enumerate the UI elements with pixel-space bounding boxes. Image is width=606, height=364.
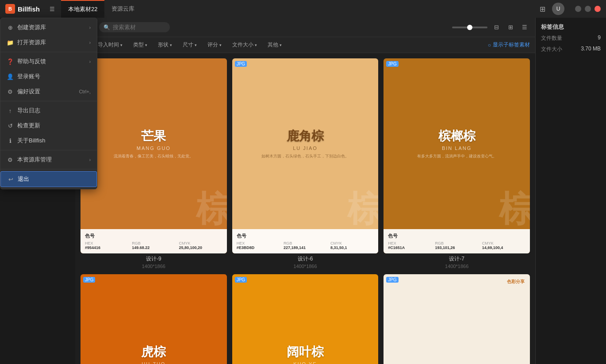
grid-label-6: JPG	[386, 277, 398, 283]
toolbar-right: ⊟ ⊞ ☰	[452, 22, 530, 33]
hex-group-1: HEX #954416	[85, 241, 128, 250]
menu-item-lib-manage[interactable]: ⚙ 本资源库管理 ›	[0, 152, 97, 167]
tab-local[interactable]: 本地素材22	[61, 0, 104, 18]
card-watermark-1: 棕	[196, 186, 227, 229]
grid-item-5[interactable]: JPG 棕 阔叶棕 KUO YE 如山下方圆，推进工程，无处觉察。 色号 HEX	[232, 274, 379, 364]
filter-import-time[interactable]: 导入时间 ▾	[93, 40, 127, 50]
menu-item-create-lib-label: 创建资源库	[17, 23, 46, 31]
menu-item-check-update[interactable]: ↺ 检查更新	[0, 118, 97, 133]
menu-divider-2	[0, 101, 97, 101]
menu-item-login[interactable]: 👤 登录账号	[0, 69, 97, 84]
filter-size[interactable]: 尺寸 ▾	[178, 40, 201, 50]
grid-item-4[interactable]: JPG 棕 虎棕 HU ZHO 大力推进基建，推进工程，无处觉察。 色号 HEX	[81, 274, 227, 364]
filter-other[interactable]: 其他 ▾	[263, 40, 286, 50]
card-top-2: 棕 鹿角棕 LU JIAO 如树木方圆，石头绿色，石头手工，下别边白色。	[232, 58, 379, 229]
minimize-button[interactable]: —	[575, 6, 581, 12]
tab-cloud-label: 资源云库	[111, 5, 134, 13]
tab-cloud[interactable]: 资源云库	[104, 0, 142, 18]
menu-item-help[interactable]: ❓ 帮助与反馈 ›	[0, 54, 97, 69]
menu-item-about-label: 关于Billfish	[17, 137, 46, 145]
card-color-values-3: HEX #C1651A RGB 193,101,26 CMYK 14,69,10…	[388, 241, 525, 250]
tab-bar: ☰ 本地素材22 资源云库	[45, 0, 536, 18]
menu-item-export-log-label: 导出日志	[17, 107, 40, 115]
menu-divider-1	[0, 52, 97, 52]
grid-info-2: 设计-6	[232, 253, 379, 264]
grid-thumb-1: 棕 芒果 MANG GUO 流淌着青春，像工艺美，石头蜡烛，无处觉。 色号 HE…	[81, 58, 227, 253]
card-watermark-3: 棕	[499, 186, 530, 229]
filter-filesize[interactable]: 文件大小 ▾	[228, 40, 261, 50]
show-tag-button[interactable]: ○ 显示子标签素材	[488, 41, 530, 49]
card-name-zh-4: 虎棕	[141, 344, 166, 360]
menu-divider-4	[0, 169, 97, 169]
titlebar: B Billfish ☰ 本地素材22 资源云库 ⊞ U — □ ✕	[0, 0, 606, 18]
panel-row-size: 文件大小 3.70 MB	[541, 46, 601, 53]
panel-title: 标签信息	[541, 23, 601, 31]
filter-type-label: 类型	[133, 41, 144, 49]
filter-other-label: 其他	[268, 41, 278, 49]
menu-item-create-lib[interactable]: ⊕ 创建资源库 ›	[0, 20, 97, 35]
card-top-1: 棕 芒果 MANG GUO 流淌着青春，像工艺美，石头蜡烛，无处觉。	[81, 58, 227, 229]
grid-thumb-2: JPG 棕 鹿角棕 LU JIAO 如树木方圆，石头绿色，石头手工，下别边白色。…	[232, 58, 379, 253]
list-view-button[interactable]: ☰	[519, 22, 530, 33]
size-slider[interactable]	[452, 27, 487, 28]
export-log-icon: ↑	[7, 107, 14, 114]
grid-info-sub-3: 1400*1866	[384, 264, 530, 269]
card-name-py-3: BIN LANG	[442, 146, 472, 151]
menu-item-about[interactable]: ℹ 关于Billfish	[0, 133, 97, 148]
grid-thumb-4: JPG 棕 虎棕 HU ZHO 大力推进基建，推进工程，无处觉察。 色号 HEX	[81, 274, 227, 364]
card-bottom-2: 色号 HEX #E3BD8D RGB 227,189,141	[232, 229, 379, 253]
sort-button[interactable]: ⊟	[491, 22, 502, 33]
grid-item-2[interactable]: JPG 棕 鹿角棕 LU JIAO 如树木方圆，石头绿色，石头手工，下别边白色。…	[232, 58, 379, 269]
prefs-shortcut: Ctrl+,	[79, 89, 91, 94]
right-panel: 标签信息 文件数量 9 文件大小 3.70 MB	[535, 18, 606, 364]
filter-bar: (9) 导入时间 ▾ 类型 ▾ 形状 ▾ 尺寸 ▾ 评分 ▾ 文件大小	[75, 37, 535, 53]
grid-item-1[interactable]: 棕 芒果 MANG GUO 流淌着青春，像工艺美，石头蜡烛，无处觉。 色号 HE…	[81, 58, 227, 269]
filter-import-time-arrow: ▾	[120, 43, 123, 47]
close-button[interactable]: ✕	[594, 6, 601, 12]
menu-button[interactable]: ☰	[45, 2, 59, 16]
card-top-3: 棕 槟榔棕 BIN LANG 有多大多方圆，流淌声手中，建设改变心气。	[384, 58, 530, 229]
app-name: Billfish	[18, 5, 40, 13]
help-arrow: ›	[89, 59, 91, 64]
menu-item-prefs[interactable]: ⚙ 偏好设置 Ctrl+,	[0, 84, 97, 99]
menu-item-export-log[interactable]: ↑ 导出日志	[0, 103, 97, 118]
menu-item-prefs-label: 偏好设置	[17, 88, 40, 96]
panel-count-value: 9	[598, 34, 601, 42]
card-desc-1: 流淌着青春，像工艺美，石头蜡烛，无处觉。	[109, 153, 198, 159]
dropdown-menu: ⊕ 创建资源库 › 📁 打开资源库 › ❓ 帮助与反馈 › 👤 登录账号 ⚙	[0, 18, 97, 189]
search-box[interactable]: 🔍	[99, 22, 170, 32]
layout-button[interactable]: ⊞	[536, 3, 548, 15]
card-bottom-title-1: 色号	[85, 233, 222, 239]
menu-item-open-lib-label: 打开资源库	[17, 38, 46, 46]
panel-size-label: 文件大小	[541, 46, 562, 53]
show-tag-label: 显示子标签素材	[493, 41, 530, 49]
create-lib-icon: ⊕	[7, 24, 14, 31]
grid-item-6[interactable]: JPG 色彩分享 设计师自学系列 提升审美中国传统色棕色 这波死死的质感感，真棒…	[384, 274, 530, 364]
create-lib-arrow: ›	[89, 25, 91, 30]
filter-type[interactable]: 类型 ▾	[129, 40, 152, 50]
menu-item-open-lib[interactable]: 📁 打开资源库 ›	[0, 35, 97, 50]
filter-other-arrow: ▾	[280, 43, 282, 47]
card-name-zh-2: 鹿角棕	[287, 128, 324, 145]
search-input[interactable]	[113, 24, 165, 31]
filter-shape[interactable]: 形状 ▾	[153, 40, 176, 50]
filter-rating[interactable]: 评分 ▾	[203, 40, 226, 50]
maximize-button[interactable]: □	[585, 6, 591, 12]
tab-local-label: 本地素材22	[68, 5, 97, 13]
filter-shape-label: 形状	[158, 41, 169, 49]
panel-row-count: 文件数量 9	[541, 34, 601, 42]
avatar[interactable]: U	[552, 3, 564, 15]
open-lib-arrow: ›	[89, 40, 91, 45]
menu-item-logout[interactable]: ➤ ↩ 退出	[0, 171, 97, 187]
grid-item-3[interactable]: JPG 棕 槟榔棕 BIN LANG 有多大多方圆，流淌声手中，建设改变心气。 …	[384, 58, 530, 269]
card-desc-3: 有多大多方圆，流淌声手中，建设改变心气。	[413, 153, 501, 159]
grid-info-sub-1: 1400*1866	[81, 264, 227, 269]
menu-item-logout-label: 退出	[18, 175, 29, 183]
card-watermark-2: 棕	[347, 186, 378, 229]
info-card-tag: 色彩分享	[507, 279, 525, 285]
filter-filesize-label: 文件大小	[232, 41, 253, 49]
slider-thumb	[467, 25, 472, 30]
grid-view-button[interactable]: ⊞	[505, 22, 516, 33]
filter-rating-label: 评分	[207, 41, 218, 49]
open-lib-icon: 📁	[7, 39, 14, 46]
